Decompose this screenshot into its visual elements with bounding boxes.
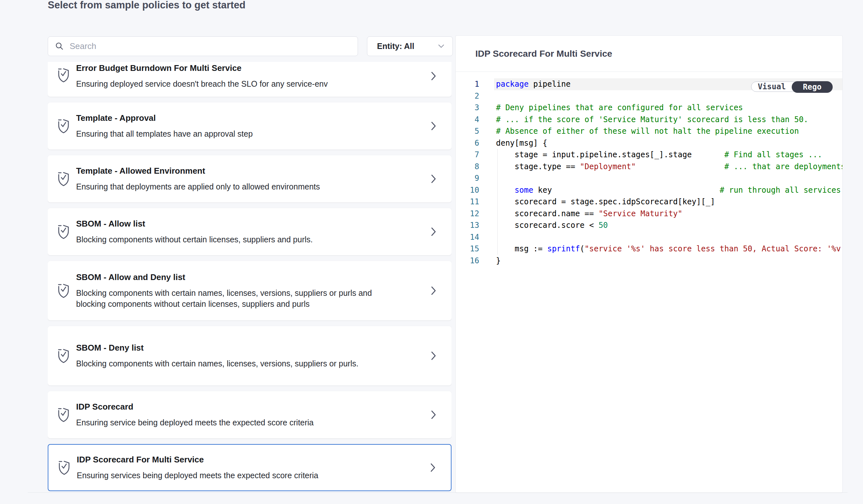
policy-shield-icon xyxy=(58,119,70,133)
policy-card-title: SBOM - Allow list xyxy=(76,219,379,229)
policy-card-text: Template - Approval Ensuring that all te… xyxy=(76,102,379,150)
line-number: 14 xyxy=(456,231,479,243)
code-line: 11 scorecard = stage.spec.idpScorecard[k… xyxy=(456,196,842,208)
policy-card-text: IDP Scorecard For Multi Service Ensuring… xyxy=(77,445,380,490)
policy-card-title: Template - Allowed Environment xyxy=(76,166,379,176)
policy-shield-icon xyxy=(58,460,70,475)
code-line: 14 xyxy=(456,231,842,243)
policy-card-text: SBOM - Allow and Deny list Blocking comp… xyxy=(76,261,379,320)
line-number: 11 xyxy=(456,196,479,208)
policy-card[interactable]: Template - Approval Ensuring that all te… xyxy=(48,102,451,150)
chevron-right-icon[interactable] xyxy=(430,463,435,472)
visual-rego-toggle: Visual Rego xyxy=(751,81,833,92)
chevron-right-icon[interactable] xyxy=(431,286,436,295)
sample-policies-page: Select from sample policies to get start… xyxy=(0,0,863,504)
policy-card-title: Template - Approval xyxy=(76,113,379,123)
policy-card-description: Ensuring that all templates have an appr… xyxy=(76,128,379,139)
code-line: 12 scorecard.name == "Service Maturity" xyxy=(456,208,842,220)
code-line: 6 deny[msg] { xyxy=(456,137,842,149)
code-line: 4 # ... if the score of 'Service Maturit… xyxy=(456,114,842,126)
policy-card[interactable]: SBOM - Allow list Blocking components wi… xyxy=(48,208,451,255)
chevron-right-icon[interactable] xyxy=(431,121,436,130)
chevron-right-icon[interactable] xyxy=(431,175,436,183)
policy-card-title: SBOM - Deny list xyxy=(76,343,379,352)
policy-card[interactable]: Error Budget Burndown For Multi Service … xyxy=(48,62,451,97)
policy-card-text: SBOM - Allow list Blocking components wi… xyxy=(76,208,379,255)
visual-toggle-option[interactable]: Visual xyxy=(751,82,792,91)
line-number: 5 xyxy=(456,125,479,137)
policy-card[interactable]: SBOM - Deny list Blocking components wit… xyxy=(48,326,451,385)
line-number: 16 xyxy=(456,255,479,267)
code-line: 15 msg := sprintf("service '%s' has scor… xyxy=(456,243,842,255)
policy-card-title: SBOM - Allow and Deny list xyxy=(76,272,379,282)
chevron-right-icon[interactable] xyxy=(431,227,436,236)
policy-list: Error Budget Burndown For Multi Service … xyxy=(48,62,451,491)
code-line: 10 some key # run through all services xyxy=(456,184,842,196)
line-number: 13 xyxy=(456,219,479,231)
search-icon xyxy=(55,42,64,51)
policy-card-text: SBOM - Deny list Blocking components wit… xyxy=(76,326,379,385)
rego-code-editor: 1 package pipeline 2 3 # Deny pipelines … xyxy=(456,72,842,492)
entity-filter-label: Entity: All xyxy=(377,41,414,51)
policy-card-title: Error Budget Burndown For Multi Service xyxy=(76,63,379,73)
policy-shield-icon xyxy=(58,348,70,363)
chevron-right-icon[interactable] xyxy=(431,351,436,360)
policy-card-description: Blocking components with certain names, … xyxy=(76,358,379,369)
line-content: deny[msg] { xyxy=(494,137,842,149)
code-line: 8 stage.type == "Deployment" # ... that … xyxy=(456,161,842,173)
chevron-right-icon[interactable] xyxy=(431,72,436,80)
policy-card-title: IDP Scorecard For Multi Service xyxy=(77,455,380,464)
entity-filter-dropdown[interactable]: Entity: All xyxy=(367,36,453,56)
line-number: 2 xyxy=(456,90,479,102)
policy-detail-panel: IDP Scorecard For Multi Service 1 packag… xyxy=(455,36,843,493)
policy-shield-icon xyxy=(58,171,70,186)
policy-card-text: Error Budget Burndown For Multi Service … xyxy=(76,62,379,97)
code-line: 5 # Absence of either of these will not … xyxy=(456,125,842,137)
rego-toggle-option[interactable]: Rego xyxy=(792,81,833,93)
policy-card-title: IDP Scorecard xyxy=(76,402,379,412)
line-content: # Absence of either of these will not ha… xyxy=(494,125,842,137)
policy-card[interactable]: SBOM - Allow and Deny list Blocking comp… xyxy=(48,261,451,320)
code-line: 13 scorecard.score < 50 xyxy=(456,219,842,231)
code-line: 9 xyxy=(456,172,842,184)
policy-card-description: Blocking components with certain names, … xyxy=(76,287,379,309)
policy-shield-icon xyxy=(58,283,70,298)
line-number: 6 xyxy=(456,137,479,149)
line-content: some key # run through all services xyxy=(494,184,842,196)
detail-title: IDP Scorecard For Multi Service xyxy=(475,49,612,59)
policy-card[interactable]: IDP Scorecard For Multi Service Ensuring… xyxy=(48,444,451,491)
line-content: } xyxy=(494,255,842,267)
policy-shield-icon xyxy=(58,224,70,239)
line-content: stage.type == "Deployment" # ... that ar… xyxy=(494,161,842,173)
line-content: # Deny pipelines that are configured for… xyxy=(494,102,842,114)
policy-card-description: Ensuring deployed service doesn't breach… xyxy=(76,78,379,89)
line-number: 7 xyxy=(456,149,479,161)
line-content: scorecard.score < 50 xyxy=(494,219,842,231)
indent-guide xyxy=(497,149,498,255)
line-content: # ... if the score of 'Service Maturity'… xyxy=(494,114,842,126)
policy-card-description: Blocking components without certain lice… xyxy=(76,234,379,245)
line-number: 4 xyxy=(456,114,479,126)
line-number: 1 xyxy=(456,78,479,90)
policy-card[interactable]: Template - Allowed Environment Ensuring … xyxy=(48,155,451,202)
line-content: stage = input.pipeline.stages[_].stage #… xyxy=(494,149,842,161)
code-line: 3 # Deny pipelines that are configured f… xyxy=(456,102,842,114)
policy-card-description: Ensuring services being deployed meets t… xyxy=(77,470,380,481)
line-content: scorecard.name == "Service Maturity" xyxy=(494,208,842,220)
line-number: 12 xyxy=(456,208,479,220)
code-line: 7 stage = input.pipeline.stages[_].stage… xyxy=(456,149,842,161)
search-input[interactable] xyxy=(64,37,358,56)
line-content xyxy=(494,172,842,184)
line-number: 9 xyxy=(456,172,479,184)
line-number: 3 xyxy=(456,102,479,114)
detail-header: IDP Scorecard For Multi Service xyxy=(456,36,842,72)
policy-shield-icon xyxy=(58,407,70,422)
search-box[interactable] xyxy=(48,36,358,56)
chevron-down-icon xyxy=(438,44,444,48)
policy-card-text: Template - Allowed Environment Ensuring … xyxy=(76,155,379,202)
line-number: 15 xyxy=(456,243,479,255)
page-title: Select from sample policies to get start… xyxy=(48,0,246,12)
line-number: 10 xyxy=(456,184,479,196)
chevron-right-icon[interactable] xyxy=(431,410,436,419)
policy-card[interactable]: IDP Scorecard Ensuring service being dep… xyxy=(48,391,451,438)
